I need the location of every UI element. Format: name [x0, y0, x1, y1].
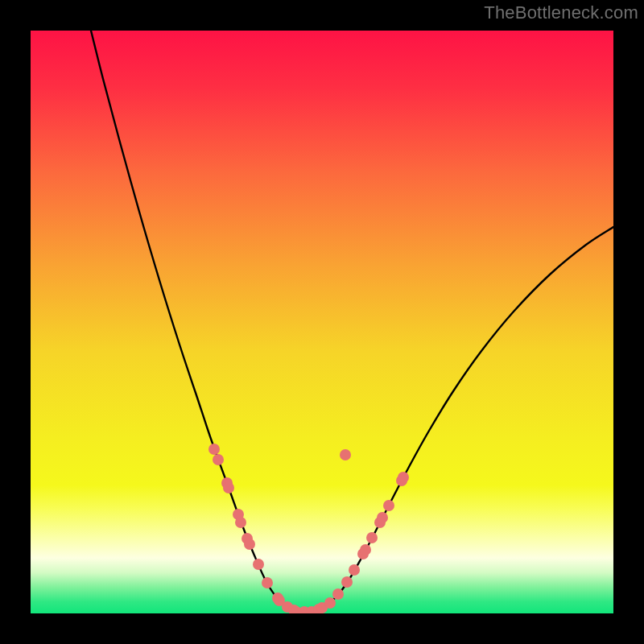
watermark-text: TheBottleneck.com: [484, 2, 638, 23]
data-marker: [262, 577, 273, 588]
data-marker: [324, 597, 336, 609]
data-marker: [223, 482, 234, 493]
data-marker: [366, 532, 378, 543]
data-marker: [383, 500, 394, 511]
data-marker: [213, 454, 224, 465]
data-marker: [398, 472, 409, 483]
data-marker: [360, 544, 371, 555]
data-marker: [341, 576, 353, 588]
data-marker: [208, 444, 220, 455]
data-marker: [253, 559, 264, 570]
data-marker: [244, 539, 255, 550]
data-marker: [349, 564, 360, 576]
data-marker: [235, 517, 246, 528]
data-marker: [377, 512, 388, 523]
data-marker: [340, 449, 351, 460]
bottleneck-curve: [31, 31, 613, 613]
data-marker: [332, 588, 344, 600]
chart-frame: [31, 31, 613, 613]
